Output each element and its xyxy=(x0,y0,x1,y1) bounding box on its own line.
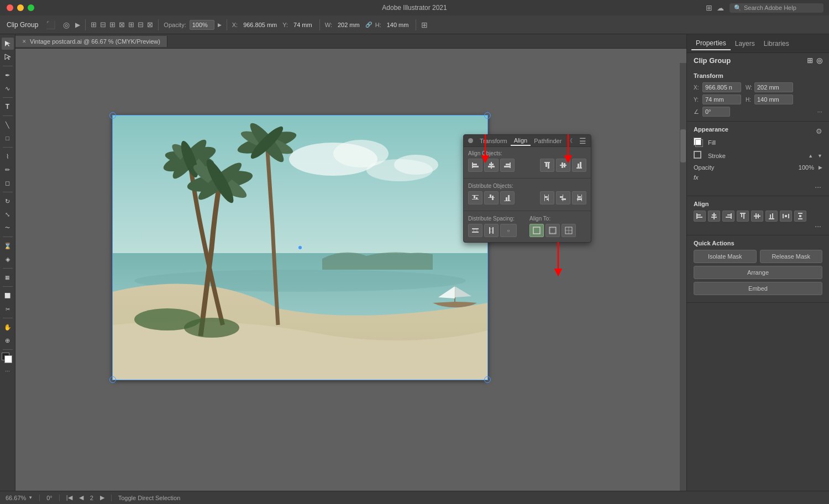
align-right-btn[interactable] xyxy=(500,159,515,172)
dist-left-btn[interactable] xyxy=(540,191,554,204)
align-to-selection-btn[interactable] xyxy=(529,224,544,237)
dist-top-btn[interactable] xyxy=(468,191,482,204)
canvas-vscroll-thumb[interactable] xyxy=(680,129,686,162)
tab-transform[interactable]: Transform xyxy=(476,136,511,145)
blend-tool[interactable]: ◈ xyxy=(2,253,14,265)
opacity-dropdown-icon[interactable]: ▶ xyxy=(218,22,222,28)
opacity-value[interactable]: 100% xyxy=(799,164,814,171)
warp-tool[interactable]: 〜 xyxy=(2,222,14,234)
prev-artboard-btn[interactable]: |◀ xyxy=(66,494,72,501)
close-button[interactable] xyxy=(7,4,13,11)
search-adobe-input[interactable]: 🔍 Search Adobe Help xyxy=(730,3,823,13)
align-more-btn[interactable]: ··· xyxy=(694,222,822,230)
align-bottom-btn[interactable] xyxy=(572,159,586,172)
y-value[interactable]: 74 mm xyxy=(291,20,314,29)
align-top-icon[interactable]: ⊞ xyxy=(128,20,134,29)
prop-align-top[interactable] xyxy=(737,211,749,222)
h-value[interactable]: 140 mm xyxy=(385,20,411,29)
zoom-control[interactable]: 66.67% ▼ xyxy=(6,495,33,501)
maximize-button[interactable] xyxy=(28,4,34,11)
prop-align-vcenter[interactable] xyxy=(751,211,763,222)
x-value[interactable]: 966.805 mm xyxy=(241,20,279,29)
arrange-windows-icon[interactable]: ⊞ xyxy=(706,3,712,12)
appearance-options-icon[interactable]: ⚙ xyxy=(816,127,822,135)
h-input[interactable] xyxy=(754,95,793,104)
stroke-swatch[interactable] xyxy=(694,151,701,159)
transform-icon[interactable]: ⊞ xyxy=(91,20,97,29)
canvas-vscroll[interactable] xyxy=(680,63,686,491)
align-left-icon[interactable]: ⊟ xyxy=(100,20,106,29)
graph-tool[interactable]: ▦ xyxy=(2,271,14,284)
direct-selection-tool[interactable] xyxy=(2,51,14,63)
use-spacing-btn[interactable]: ○ xyxy=(500,224,517,237)
stroke-up-btn[interactable]: ▲ xyxy=(808,153,813,159)
panel-menu-btn[interactable]: ☰ xyxy=(579,136,586,145)
dist-vspace-btn[interactable] xyxy=(468,224,482,237)
close-icon[interactable]: ✕ xyxy=(22,39,27,44)
align-to-artboard-btn[interactable] xyxy=(562,224,576,237)
prop-dist-h[interactable] xyxy=(780,211,792,222)
slice-tool[interactable]: ✂ xyxy=(2,303,14,315)
y-input[interactable] xyxy=(702,95,741,104)
dist-hcenter-btn[interactable] xyxy=(556,191,570,204)
align-panel-close-btn[interactable] xyxy=(468,138,473,143)
more-transform-btn[interactable]: ··· xyxy=(817,108,822,115)
curvature-tool[interactable]: ∿ xyxy=(2,82,14,95)
align-bottom-icon[interactable]: ⊠ xyxy=(147,20,153,29)
align-vcenter-icon[interactable]: ⊟ xyxy=(138,20,144,29)
w-input[interactable] xyxy=(754,82,793,92)
zoom-tool[interactable]: ⊕ xyxy=(2,334,14,347)
target-circle-icon[interactable]: ◎ xyxy=(816,56,822,65)
align-vcenter-btn[interactable] xyxy=(556,159,570,172)
prev-btn[interactable]: ◀ xyxy=(79,494,83,501)
pencil-tool[interactable]: ✏ xyxy=(2,164,14,176)
prop-align-bottom[interactable] xyxy=(765,211,778,222)
artboard-tool[interactable]: ⬜ xyxy=(2,290,14,302)
release-mask-btn[interactable]: Release Mask xyxy=(760,250,823,263)
opacity-input[interactable] xyxy=(190,20,214,30)
x-input[interactable] xyxy=(702,82,741,92)
tab-pathfinder[interactable]: Pathfinder xyxy=(531,136,565,145)
prop-align-left[interactable] xyxy=(694,211,706,222)
rect-tool[interactable]: □ xyxy=(2,132,14,144)
selection-tool[interactable] xyxy=(2,38,14,50)
align-hcenter-btn[interactable] xyxy=(484,159,499,172)
align-left-btn[interactable] xyxy=(468,159,482,172)
align-to-key-btn[interactable] xyxy=(545,224,560,237)
align-center-icon[interactable]: ⊞ xyxy=(109,20,116,29)
scale-tool[interactable]: ⤡ xyxy=(2,208,14,221)
opacity-more-btn[interactable]: ▶ xyxy=(75,21,80,29)
line-tool[interactable]: ╲ xyxy=(2,119,14,131)
align-top-btn[interactable] xyxy=(540,159,554,172)
align-right-icon[interactable]: ⊠ xyxy=(119,20,125,29)
eyedropper-tool[interactable]: ⌛ xyxy=(2,240,14,252)
document-tab[interactable]: ✕ Vintage postcard.ai @ 66.67 % (CMYK/Pr… xyxy=(15,36,167,47)
paintbrush-tool[interactable]: ⌇ xyxy=(2,150,14,162)
eraser-tool[interactable]: ◻ xyxy=(2,177,14,189)
dist-hspace-btn[interactable] xyxy=(484,224,499,237)
embed-btn[interactable]: Embed xyxy=(694,282,822,295)
arrange-btn[interactable]: Arrange xyxy=(694,266,822,279)
stroke-dropdown-btn[interactable]: ▼ xyxy=(817,153,822,159)
lock-aspect-icon[interactable]: 🔗 xyxy=(365,22,372,28)
w-value[interactable]: 202 mm xyxy=(335,20,362,29)
type-tool[interactable]: T xyxy=(2,101,14,113)
hand-tool[interactable]: ✋ xyxy=(2,321,14,333)
prop-align-right[interactable] xyxy=(722,211,734,222)
tab-libraries[interactable]: Libraries xyxy=(759,38,794,50)
prop-dist-v[interactable] xyxy=(794,211,806,222)
next-btn[interactable]: ▶ xyxy=(100,494,104,501)
dist-bottom-btn[interactable] xyxy=(500,191,515,204)
panel-collapse-btn[interactable]: 《 xyxy=(567,137,573,145)
tab-align[interactable]: Align xyxy=(511,136,531,146)
minimize-button[interactable] xyxy=(17,4,24,11)
grid-icon[interactable]: ⊞ xyxy=(807,56,813,65)
dist-vcenter-btn[interactable] xyxy=(484,191,499,204)
isolate-mask-btn[interactable]: Isolate Mask xyxy=(694,250,757,263)
angle-input[interactable] xyxy=(702,107,730,117)
rotate-tool[interactable]: ↻ xyxy=(2,195,14,207)
zoom-dropdown-icon[interactable]: ▼ xyxy=(28,495,33,500)
stroke-swatch[interactable] xyxy=(4,355,12,363)
tab-properties[interactable]: Properties xyxy=(691,37,731,50)
cloud-icon[interactable]: ☁ xyxy=(717,4,724,12)
